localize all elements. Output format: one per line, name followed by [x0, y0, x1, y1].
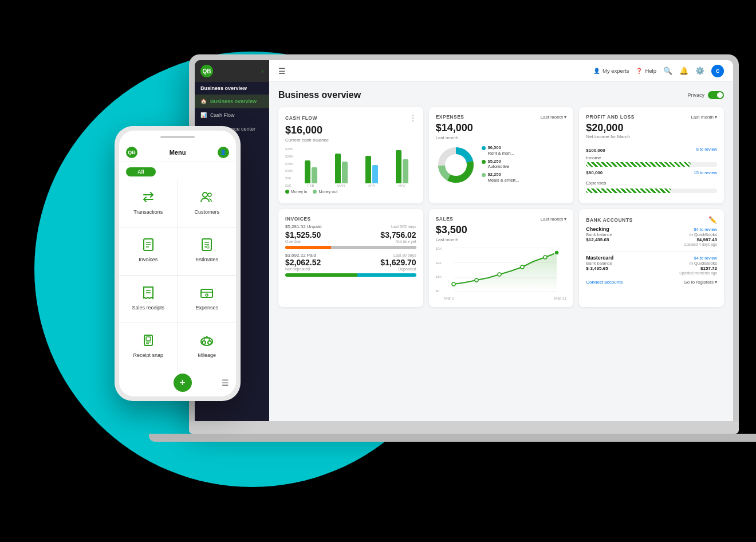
svg-point-14: [554, 250, 559, 255]
expenses-title: EXPENSES: [436, 114, 464, 120]
cash-flow-menu-icon[interactable]: ⋮: [410, 114, 416, 122]
pl-income-row: $100,000 8 to review Income: [586, 144, 717, 167]
bank-checking: Checking 94 to review Bank balance $12,4…: [586, 226, 717, 246]
expenses-period-label: Last month: [541, 115, 564, 120]
deposited-group: $1,629.70 Deposited: [380, 258, 416, 271]
user-avatar[interactable]: C: [711, 65, 724, 77]
notdeposited-amount: $2,062.52: [285, 258, 321, 267]
transactions-label: Transactions: [133, 209, 163, 215]
invoices-title: INVOICES: [285, 216, 311, 222]
sidebar-expand-icon[interactable]: ›: [262, 68, 263, 74]
sales-period-label: Last month: [541, 217, 564, 222]
toggle-switch[interactable]: [708, 91, 724, 99]
bar-pair: [365, 156, 378, 183]
phone-hamburger-icon[interactable]: ☰: [222, 378, 229, 387]
pl-expense-amount-label: $80,000: [586, 170, 603, 175]
phone-menu-item-mileage[interactable]: Mileage: [178, 323, 237, 370]
checking-bank-amount: $12,435.65: [586, 237, 612, 242]
pl-card-header: PROFIT AND LOSS Last month ▾: [586, 114, 717, 120]
bell-icon[interactable]: 🔔: [679, 66, 688, 75]
donut-dot-rent: [482, 146, 486, 150]
bar-overdue: [285, 246, 331, 249]
sidebar-current-title: Business overview: [195, 82, 269, 95]
bar-group-mar: MAR: [335, 154, 348, 187]
phone-menu-item-receipt-snap[interactable]: Receipt snap: [119, 323, 178, 370]
bar-out: [342, 162, 348, 183]
expenses-period[interactable]: Last month ▾: [541, 115, 567, 120]
chevron-down-icon: ▾: [564, 115, 566, 120]
bar-notdue: [331, 246, 416, 249]
estimates-icon: [198, 235, 216, 254]
receipt-snap-label: Receipt snap: [133, 352, 163, 358]
phone-menu-item-customers[interactable]: Customers: [178, 180, 237, 227]
sidebar-item-business-overview[interactable]: 🏠 Business overview: [195, 95, 269, 108]
checking-bank-balance-group: Bank balance $12,435.65: [586, 232, 612, 246]
search-icon[interactable]: 🔍: [663, 66, 672, 75]
cards-grid: CASH FLOW ⋮ $16,000 Current cash balance…: [278, 107, 724, 307]
checking-name: Checking: [586, 226, 609, 232]
mastercard-bank-amount: $-3,435.65: [586, 266, 612, 271]
donut-legend: $6,500 Rent & mort... $5,250: [482, 145, 567, 186]
mastercard-name: Mastercard: [586, 255, 613, 261]
cashflow-icon: 📊: [200, 112, 207, 118]
donut-text-auto: $5,250 Automotive: [488, 159, 510, 170]
invoices-paid-row: $3,692.22 Paid Last 30 days: [285, 253, 416, 258]
phone-logo: QB: [126, 147, 137, 158]
legend-dot-in: [285, 190, 289, 194]
qb-logo: QB: [200, 65, 213, 77]
svg-rect-32: [146, 337, 151, 340]
bar-in: [335, 154, 341, 183]
phone-menu-item-expenses[interactable]: Expenses: [178, 276, 237, 323]
connect-accounts-link[interactable]: Connect accounts: [586, 280, 623, 285]
sales-period[interactable]: Last month ▾: [541, 217, 567, 222]
qb-app: QB › Business overview 🏠 Business overvi…: [195, 60, 733, 421]
notdeposited-label: Not deposited: [285, 267, 321, 271]
sidebar-item-cashflow[interactable]: 📊 Cash Flow: [195, 108, 269, 122]
phone-fab-button[interactable]: +: [174, 374, 192, 392]
help-button[interactable]: ❓ Help: [636, 68, 656, 74]
hamburger-icon[interactable]: ☰: [278, 66, 286, 76]
bank-title: BANK ACCOUNTS: [586, 217, 632, 223]
phone-header-icon[interactable]: 👤: [218, 147, 229, 158]
sales-receipts-label: Sales receipts: [132, 305, 164, 311]
my-experts-button[interactable]: 👤 My experts: [593, 68, 629, 74]
sidebar-item-label: Business overview: [210, 99, 257, 104]
edit-icon[interactable]: ✏️: [708, 216, 717, 224]
gear-icon[interactable]: ⚙️: [695, 66, 704, 75]
go-registers-button[interactable]: Go to registers ▾: [684, 280, 717, 285]
svg-point-9: [452, 282, 455, 286]
pl-income-review[interactable]: 8 to review: [696, 147, 717, 152]
bar-out: [312, 167, 317, 183]
plus-icon: +: [179, 377, 186, 389]
phone-menu-item-estimates[interactable]: Estimates: [178, 227, 237, 274]
mastercard-qb-balance-group: in QuickBooks $157.72 Updated moments ag…: [679, 261, 717, 275]
sales-title: SALES: [436, 216, 454, 222]
invoices-card-header: INVOICES: [285, 216, 416, 222]
svg-point-11: [498, 273, 501, 276]
transactions-icon: [139, 188, 158, 206]
phone-menu-item-sales-receipts[interactable]: Sales receipts: [119, 276, 178, 323]
donut-sublabel-auto: Automotive: [488, 164, 510, 169]
phone-menu-item-invoices[interactable]: Invoices: [119, 227, 178, 274]
chevron-down-icon: ▾: [715, 280, 717, 285]
filter-all-button[interactable]: All: [126, 167, 156, 176]
pl-period[interactable]: Last month ▾: [691, 115, 717, 120]
donut-item-auto: $5,250 Automotive: [482, 159, 567, 170]
legend-money-in: Money in: [285, 190, 307, 194]
cash-flow-amount: $16,000: [285, 124, 416, 136]
sidebar-item-label: Cash Flow: [210, 112, 235, 118]
bar-notdeposited: [285, 273, 357, 277]
phone-menu-item-transactions[interactable]: Transactions: [119, 180, 178, 227]
checking-review[interactable]: 94 to review: [694, 227, 717, 232]
pl-expense-review[interactable]: 15 to review: [694, 170, 717, 175]
privacy-toggle[interactable]: Privacy: [687, 91, 724, 99]
pl-expense-bar-bg: [586, 188, 717, 193]
mastercard-review[interactable]: 94 to review: [694, 256, 717, 261]
chevron-down-icon: ▾: [564, 217, 566, 222]
deposited-amount: $1,629.70: [380, 258, 416, 267]
person-icon: 👤: [593, 68, 600, 74]
person-icon: 👤: [220, 150, 226, 155]
estimates-label: Estimates: [195, 257, 218, 262]
sales-card: SALES Last month ▾ $3,500 Last month: [429, 209, 574, 307]
svg-point-16: [208, 193, 211, 197]
